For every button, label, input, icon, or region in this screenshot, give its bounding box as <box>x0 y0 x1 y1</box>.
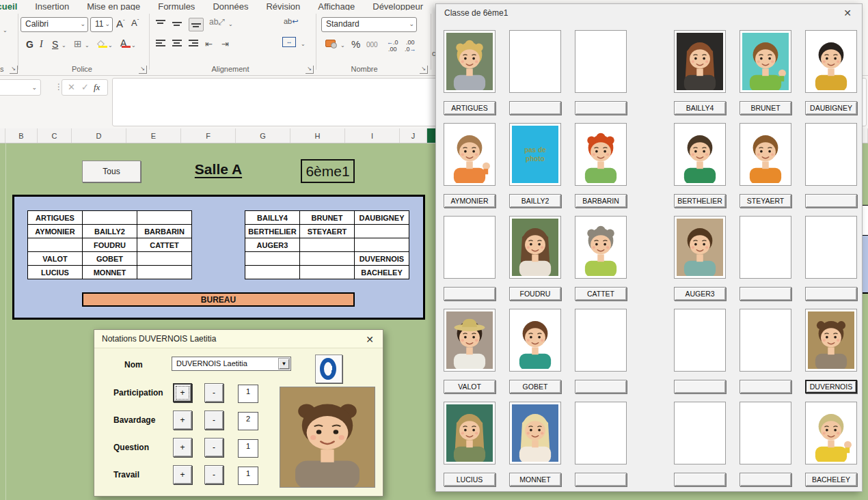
value-box-participation[interactable]: 1 <box>238 385 258 403</box>
value-box-travail[interactable]: 1 <box>238 467 258 485</box>
seat-cell[interactable]: ARTIGUES <box>28 211 83 225</box>
seat-cell[interactable] <box>137 211 192 225</box>
seat-cell[interactable]: DUVERNOIS <box>355 252 409 266</box>
student-button-empty[interactable] <box>740 287 791 301</box>
column-header-B[interactable]: B <box>5 128 38 143</box>
seat-cell[interactable]: DAUBIGNEY <box>355 211 409 225</box>
student-button-valot[interactable]: VALOT <box>444 380 496 393</box>
student-button-daubigney[interactable]: DAUBIGNEY <box>805 101 857 115</box>
student-button-empty[interactable] <box>805 194 857 208</box>
align-middle-icon[interactable] <box>172 18 182 29</box>
student-button-gobet[interactable]: GOBET <box>509 380 561 393</box>
fill-color-dropdown-icon[interactable]: ⌄ <box>108 42 113 48</box>
percent-style-icon[interactable]: % <box>351 38 360 50</box>
plus-button-bavardage[interactable]: + <box>173 411 192 430</box>
seat-cell[interactable] <box>83 211 137 225</box>
borders-icon[interactable]: ⊞ <box>74 38 82 49</box>
align-bottom-icon[interactable] <box>189 18 204 31</box>
exit-door-button[interactable] <box>315 355 342 383</box>
font-color-icon[interactable]: A <box>120 38 126 48</box>
student-button-steyaert[interactable]: STEYAERT <box>740 194 791 208</box>
seat-cell[interactable] <box>300 266 355 279</box>
ribbon-tab-affichage[interactable]: Affichage <box>309 0 364 10</box>
student-selector-combo[interactable]: DUVERNOIS Laetitia ▼ <box>172 357 291 371</box>
student-button-cattet[interactable]: CATTET <box>575 287 627 301</box>
seat-cell[interactable]: MONNET <box>83 266 137 279</box>
accounting-dropdown-icon[interactable]: ⌄ <box>340 42 345 48</box>
student-button-berthelier[interactable]: BERTHELIER <box>674 194 726 208</box>
clipboard-dialog-launcher-icon[interactable]: ↘ <box>10 66 18 74</box>
dialog-title-bar[interactable]: Notations DUVERNOIS Laetitia <box>94 330 383 348</box>
minus-button-bavardage[interactable]: - <box>204 411 223 430</box>
borders-dropdown-icon[interactable]: ⌄ <box>85 42 90 48</box>
seat-cell[interactable] <box>245 266 300 279</box>
seat-cell[interactable]: VALOT <box>28 252 83 266</box>
underline-dropdown-icon[interactable]: ⌄ <box>62 42 66 48</box>
clipboard-dropdown-icon[interactable]: ⌄ <box>3 27 8 33</box>
student-button-artigues[interactable]: ARTIGUES <box>444 101 496 115</box>
student-button-barbarin[interactable]: BARBARIN <box>575 194 627 208</box>
underline-button[interactable]: S <box>52 39 58 50</box>
student-button-lucius[interactable]: LUCIUS <box>444 473 496 486</box>
italic-button[interactable]: I <box>40 39 43 50</box>
ribbon-tab-accueil[interactable]: Accueil <box>0 0 26 10</box>
police-dialog-launcher-icon[interactable]: ↘ <box>139 66 147 74</box>
seat-cell[interactable] <box>300 238 355 252</box>
student-button-auger3[interactable]: AUGER3 <box>674 287 726 301</box>
alignement-dialog-launcher-icon[interactable]: ↘ <box>306 66 314 74</box>
dropdown-arrow-icon[interactable]: ▼ <box>278 358 290 370</box>
student-button-bailly4[interactable]: BAILLY4 <box>674 101 726 115</box>
student-button-empty[interactable] <box>444 287 496 301</box>
student-button-duvernois[interactable]: DUVERNOIS <box>805 380 857 393</box>
orientation-dropdown-icon[interactable]: ⌄ <box>228 21 233 27</box>
student-button-empty[interactable] <box>674 380 726 393</box>
column-header-F[interactable]: F <box>181 128 236 143</box>
ribbon-tab-données[interactable]: Données <box>204 0 257 10</box>
column-header-D[interactable]: D <box>72 128 126 143</box>
student-button-monnet[interactable]: MONNET <box>509 473 561 486</box>
plus-button-participation[interactable]: + <box>173 383 192 402</box>
align-center-icon[interactable] <box>172 38 182 50</box>
comma-style-icon[interactable]: 000 <box>366 41 378 48</box>
font-color-dropdown-icon[interactable]: ⌄ <box>131 42 136 48</box>
minus-button-participation[interactable]: - <box>204 383 223 402</box>
align-left-icon[interactable] <box>156 38 165 50</box>
student-button-empty[interactable] <box>509 101 561 115</box>
tous-button[interactable]: Tous <box>82 161 141 182</box>
column-header-G[interactable]: G <box>236 128 290 143</box>
ribbon-tab-développeur[interactable]: Développeur <box>364 0 432 10</box>
seat-cell[interactable]: CATTET <box>137 238 192 252</box>
increase-font-icon[interactable]: Aˆ <box>116 18 125 29</box>
align-right-icon[interactable] <box>189 38 198 50</box>
student-button-empty[interactable] <box>575 473 627 486</box>
seat-cell[interactable]: BACHELEY <box>355 266 409 279</box>
fx-icon[interactable]: fx <box>94 82 100 93</box>
seat-cell[interactable]: BERTHELIER <box>245 225 300 238</box>
value-box-question[interactable]: 1 <box>238 439 258 458</box>
student-button-empty[interactable] <box>575 101 627 115</box>
ribbon-tab-insertion[interactable]: Insertion <box>26 0 78 10</box>
name-box[interactable]: ⌄ <box>0 79 41 96</box>
seat-cell[interactable] <box>300 252 355 266</box>
increase-decimal-icon[interactable]: ←.0.00 <box>387 39 398 53</box>
font-name-combo[interactable]: Calibri⌄ <box>21 17 88 32</box>
student-button-brunet[interactable]: BRUNET <box>740 101 791 115</box>
student-button-bailly2[interactable]: BAILLY2 <box>509 194 561 208</box>
decrease-font-icon[interactable]: Aˇ <box>131 18 139 28</box>
ribbon-tab-révision[interactable]: Révision <box>257 0 309 10</box>
font-size-combo[interactable]: 11⌄ <box>90 17 113 32</box>
student-button-foudru[interactable]: FOUDRU <box>509 287 561 301</box>
increase-indent-icon[interactable]: ⇥ <box>221 39 229 49</box>
enter-check-icon[interactable]: ✓ <box>81 82 89 92</box>
column-header-E[interactable]: E <box>126 128 181 143</box>
nombre-dialog-launcher-icon[interactable]: ↘ <box>420 66 428 74</box>
cancel-icon[interactable]: ✕ <box>68 82 75 92</box>
align-top-icon[interactable] <box>156 16 165 27</box>
seat-cell[interactable]: FOUDRU <box>83 238 137 252</box>
student-button-empty[interactable] <box>805 287 857 301</box>
ribbon-tab-formules[interactable]: Formules <box>149 0 204 10</box>
fill-color-icon[interactable]: ◇ <box>97 38 105 48</box>
seat-cell[interactable] <box>355 238 409 252</box>
seat-cell[interactable]: GOBET <box>83 252 137 266</box>
number-format-combo[interactable]: Standard⌄ <box>321 17 417 32</box>
